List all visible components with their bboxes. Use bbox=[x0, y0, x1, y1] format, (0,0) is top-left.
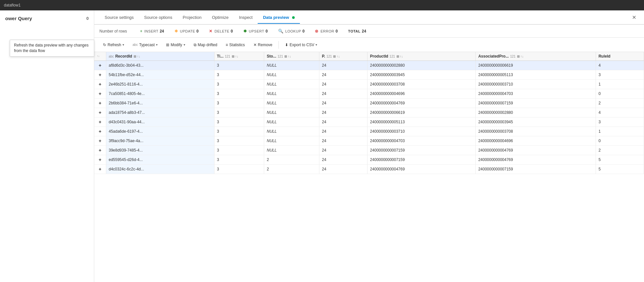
ruleid-cell: 4 bbox=[596, 61, 644, 70]
remove-icon: ✕ bbox=[253, 43, 257, 47]
record-id-cell[interactable]: 7ca50851-4805-4e... bbox=[106, 89, 214, 99]
record-id-cell[interactable]: 2e46b251-8116-4... bbox=[106, 80, 214, 89]
col-name-ti: Ti... bbox=[217, 54, 224, 59]
typecast-button[interactable]: abc Typecast ▾ bbox=[129, 41, 161, 49]
modify-dropdown-arrow[interactable]: ▾ bbox=[184, 43, 185, 47]
record-id-cell[interactable]: 54b11fbe-d52e-44... bbox=[106, 70, 214, 80]
col-actions-productid[interactable]: ⊞ ↑↓ bbox=[396, 55, 403, 58]
ti-cell: 3 bbox=[214, 80, 264, 89]
sto-cell: 2 bbox=[264, 165, 319, 174]
p-cell: 24 bbox=[319, 155, 367, 165]
associatedpro-cell: 2400000000007159 bbox=[475, 165, 596, 174]
table-row[interactable]: + 3f9acc9d-75ae-4a... 3 NULL 24 24000000… bbox=[94, 136, 644, 146]
sto-cell: NULL bbox=[264, 61, 319, 70]
tab-optimize[interactable]: Optimize bbox=[207, 12, 234, 24]
sort-icon[interactable]: ↑↓ bbox=[97, 55, 99, 58]
col-actions-ti[interactable]: ⊞ ↑↓ bbox=[232, 55, 238, 58]
associatedpro-cell: 2400000000004703 bbox=[475, 89, 596, 99]
table-row[interactable]: + 54b11fbe-d52e-44... 3 NULL 24 24000000… bbox=[94, 70, 644, 80]
data-grid: ↑↓ abc RecordId ⊞ ↑↓ bbox=[94, 52, 644, 174]
ti-cell: 3 bbox=[214, 127, 264, 136]
export-icon: ⬇ bbox=[285, 43, 288, 47]
col-actions-associatedpro[interactable]: ⊞ ↑↓ bbox=[517, 55, 524, 58]
productid-cell: 2400000000004769 bbox=[367, 165, 475, 174]
sto-cell: 2 bbox=[264, 155, 319, 165]
productid-cell: 2400000000005113 bbox=[367, 117, 475, 127]
record-id-cell[interactable]: ada18754-a8b3-47... bbox=[106, 108, 214, 117]
ti-cell: 3 bbox=[214, 70, 264, 80]
export-csv-button[interactable]: ⬇ Export to CSV ▾ bbox=[281, 41, 321, 49]
row-insert-indicator: + bbox=[94, 155, 106, 165]
p-cell: 24 bbox=[319, 99, 367, 108]
typecast-dropdown-arrow[interactable]: ▾ bbox=[156, 43, 158, 47]
record-id-cell[interactable]: 2b6bb384-71e6-4... bbox=[106, 99, 214, 108]
table-row[interactable]: + af8d6d3c-3b04-43... 3 NULL 24 24000000… bbox=[94, 61, 644, 70]
table-row[interactable]: + ed559545-d26d-4... 3 2 24 240000000000… bbox=[94, 155, 644, 165]
tab-data-preview[interactable]: Data preview bbox=[258, 12, 300, 24]
modify-button[interactable]: ⊞ Modify ▾ bbox=[162, 41, 188, 49]
tab-source-settings[interactable]: Source settings bbox=[99, 12, 139, 24]
row-insert-indicator: + bbox=[94, 61, 106, 70]
sidebar-badge: 0 bbox=[86, 16, 89, 21]
p-cell: 24 bbox=[319, 117, 367, 127]
p-cell: 24 bbox=[319, 70, 367, 80]
stat-update: ✱ UPDATE 0 bbox=[174, 29, 199, 34]
col-header-sto: Sto... 121 ⊞ ↑↓ bbox=[264, 52, 319, 61]
record-id-cell[interactable]: 3f9acc9d-75ae-4a... bbox=[106, 136, 214, 146]
record-id-cell[interactable]: d4c0324c-6c2c-4d... bbox=[106, 165, 214, 174]
record-id-cell[interactable]: 45ada6de-6197-4... bbox=[106, 127, 214, 136]
table-row[interactable]: + 2e46b251-8116-4... 3 NULL 24 240000000… bbox=[94, 80, 644, 89]
stat-total: TOTAL 24 bbox=[348, 29, 366, 34]
col-actions-recordid[interactable]: ⊞ ↑↓ bbox=[134, 55, 140, 58]
row-insert-indicator: + bbox=[94, 136, 106, 146]
associatedpro-cell: 2400000000003708 bbox=[475, 127, 596, 136]
row-insert-indicator: + bbox=[94, 99, 106, 108]
productid-cell: 2400000000007159 bbox=[367, 155, 475, 165]
modify-icon: ⊞ bbox=[166, 43, 169, 47]
productid-cell: 2400000000006619 bbox=[367, 108, 475, 117]
col-actions-sto[interactable]: ⊞ ↑↓ bbox=[284, 55, 291, 58]
close-panel-button[interactable]: ✕ bbox=[629, 13, 639, 22]
table-row[interactable]: + d4c0324c-6c2c-4d... 3 2 24 24000000000… bbox=[94, 165, 644, 174]
p-cell: 24 bbox=[319, 127, 367, 136]
col-header-ruleid: RuleId bbox=[596, 52, 644, 61]
col-header-ti: Ti... 121 ⊞ ↑↓ bbox=[214, 52, 264, 61]
record-id-cell[interactable]: af8d6d3c-3b04-43... bbox=[106, 61, 214, 70]
p-cell: 24 bbox=[319, 89, 367, 99]
productid-cell: 2400000000004703 bbox=[367, 136, 475, 146]
ruleid-cell: 3 bbox=[596, 117, 644, 127]
table-row[interactable]: + ada18754-a8b3-47... 3 NULL 24 24000000… bbox=[94, 108, 644, 117]
record-id-cell[interactable]: 39e8d939-7485-4... bbox=[106, 146, 214, 155]
productid-cell: 2400000000007159 bbox=[367, 146, 475, 155]
refresh-dropdown-arrow[interactable]: ▾ bbox=[122, 43, 124, 47]
table-row[interactable]: + 2b6bb384-71e6-4... 3 NULL 24 240000000… bbox=[94, 99, 644, 108]
delete-icon: ✕ bbox=[209, 29, 213, 34]
stat-insert: + INSERT 24 bbox=[140, 29, 164, 34]
associatedpro-cell: 2400000000006619 bbox=[475, 61, 596, 70]
map-drifted-button[interactable]: ⧉ Map drifted bbox=[190, 41, 221, 49]
tab-projection[interactable]: Projection bbox=[177, 12, 207, 24]
col-name-recordid: RecordId bbox=[115, 54, 132, 59]
table-row[interactable]: + 7ca50851-4805-4e... 3 NULL 24 24000000… bbox=[94, 89, 644, 99]
refresh-button[interactable]: ↻ Refresh ▾ bbox=[99, 41, 128, 49]
tab-inspect[interactable]: Inspect bbox=[234, 12, 258, 24]
data-preview-active-dot bbox=[292, 16, 295, 19]
row-insert-indicator: + bbox=[94, 117, 106, 127]
data-grid-container[interactable]: ↑↓ abc RecordId ⊞ ↑↓ bbox=[94, 52, 644, 282]
table-row[interactable]: + d43c0431-90aa-44... 3 NULL 24 24000000… bbox=[94, 117, 644, 127]
statistics-button[interactable]: ≡ Statistics bbox=[222, 41, 249, 49]
ruleid-cell: 4 bbox=[596, 108, 644, 117]
ruleid-cell: 1 bbox=[596, 80, 644, 89]
tab-source-options[interactable]: Source options bbox=[139, 12, 178, 24]
refresh-icon: ↻ bbox=[103, 43, 106, 47]
stat-lookup: 🔍 LOOKUP 0 bbox=[278, 29, 305, 34]
remove-button[interactable]: ✕ Remove bbox=[250, 41, 276, 49]
record-id-cell[interactable]: d43c0431-90aa-44... bbox=[106, 117, 214, 127]
table-row[interactable]: + 45ada6de-6197-4... 3 NULL 24 240000000… bbox=[94, 127, 644, 136]
sto-cell: NULL bbox=[264, 117, 319, 127]
col-actions-p[interactable]: ⊞ ↑↓ bbox=[333, 55, 340, 58]
table-row[interactable]: + 39e8d939-7485-4... 3 NULL 24 240000000… bbox=[94, 146, 644, 155]
export-dropdown-arrow[interactable]: ▾ bbox=[316, 43, 317, 47]
tabs-bar: Source settings Source options Projectio… bbox=[94, 10, 644, 25]
record-id-cell[interactable]: ed559545-d26d-4... bbox=[106, 155, 214, 165]
